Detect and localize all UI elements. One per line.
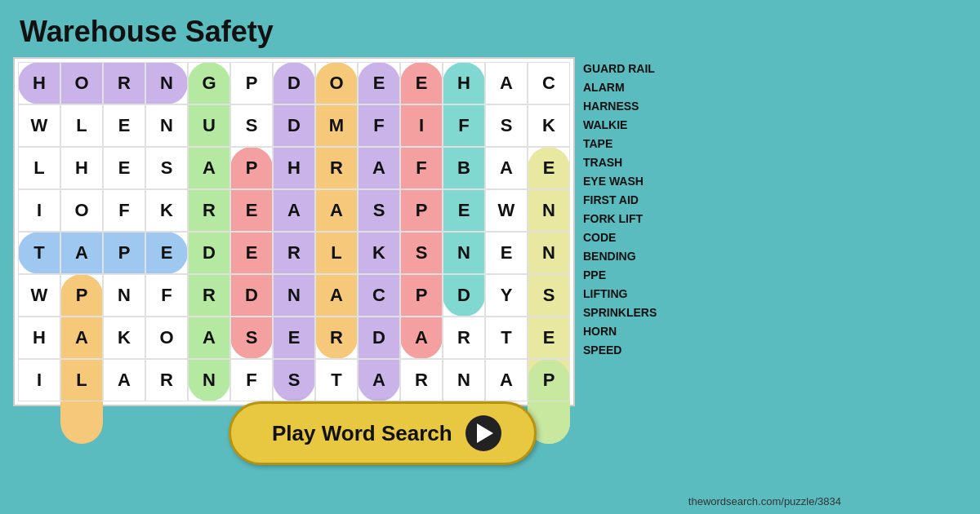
grid-cell[interactable]: P — [528, 359, 570, 401]
grid-cell[interactable]: F — [230, 359, 273, 401]
grid-cell[interactable]: A — [103, 359, 145, 401]
grid-cell[interactable]: P — [400, 274, 443, 317]
grid-cell[interactable]: A — [273, 189, 315, 232]
grid-cell[interactable]: R — [188, 274, 230, 317]
grid-cell[interactable]: D — [188, 232, 230, 274]
grid-cell[interactable]: E — [103, 147, 145, 189]
grid-cell[interactable]: O — [315, 62, 358, 104]
grid-cell[interactable]: N — [528, 232, 570, 274]
grid-cell[interactable]: W — [485, 189, 528, 232]
grid-cell[interactable]: D — [273, 62, 315, 104]
grid-cell[interactable]: S — [485, 104, 528, 147]
grid-cell[interactable]: A — [188, 317, 230, 359]
grid-cell[interactable]: N — [443, 232, 485, 274]
grid-cell[interactable]: E — [528, 147, 570, 189]
grid-cell[interactable]: L — [60, 359, 103, 401]
grid-cell[interactable]: K — [145, 189, 188, 232]
grid-cell[interactable]: A — [400, 317, 443, 359]
grid-cell[interactable]: I — [18, 189, 60, 232]
grid-cell[interactable]: E — [103, 104, 145, 147]
grid-cell[interactable]: T — [485, 317, 528, 359]
grid-cell[interactable]: A — [485, 359, 528, 401]
grid-cell[interactable]: E — [230, 232, 273, 274]
grid-cell[interactable]: E — [485, 232, 528, 274]
grid-cell[interactable]: A — [315, 189, 358, 232]
grid-cell[interactable]: A — [60, 317, 103, 359]
grid-cell[interactable]: R — [443, 317, 485, 359]
grid-cell[interactable]: N — [188, 359, 230, 401]
grid-cell[interactable]: N — [145, 62, 188, 104]
grid-cell[interactable]: A — [188, 147, 230, 189]
grid-cell[interactable]: F — [358, 104, 400, 147]
grid-cell[interactable]: A — [358, 359, 400, 401]
grid-cell[interactable]: N — [443, 359, 485, 401]
grid-cell[interactable]: A — [485, 62, 528, 104]
grid-cell[interactable]: S — [145, 147, 188, 189]
grid-cell[interactable]: P — [103, 232, 145, 274]
grid-cell[interactable]: N — [103, 274, 145, 317]
grid-cell[interactable]: P — [400, 189, 443, 232]
grid-cell[interactable]: W — [18, 274, 60, 317]
grid-cell[interactable]: R — [315, 317, 358, 359]
grid-cell[interactable]: M — [315, 104, 358, 147]
grid-cell[interactable]: E — [230, 189, 273, 232]
grid-cell[interactable]: R — [400, 359, 443, 401]
grid-cell[interactable]: T — [315, 359, 358, 401]
grid-cell[interactable]: T — [18, 232, 60, 274]
grid-cell[interactable]: E — [443, 189, 485, 232]
grid-cell[interactable]: U — [188, 104, 230, 147]
grid-cell[interactable]: L — [18, 147, 60, 189]
grid-cell[interactable]: S — [230, 104, 273, 147]
grid-cell[interactable]: O — [145, 317, 188, 359]
grid-cell[interactable]: S — [273, 359, 315, 401]
grid-cell[interactable]: K — [103, 317, 145, 359]
grid-cell[interactable]: L — [315, 232, 358, 274]
grid-cell[interactable]: D — [358, 317, 400, 359]
grid-cell[interactable]: W — [18, 104, 60, 147]
grid-cell[interactable]: F — [145, 274, 188, 317]
grid-cell[interactable]: R — [103, 62, 145, 104]
grid-cell[interactable]: C — [528, 62, 570, 104]
grid-cell[interactable]: R — [315, 147, 358, 189]
grid-cell[interactable]: E — [528, 317, 570, 359]
grid-cell[interactable]: F — [443, 104, 485, 147]
grid-cell[interactable]: K — [528, 104, 570, 147]
grid-cell[interactable]: E — [273, 317, 315, 359]
grid-cell[interactable]: D — [230, 274, 273, 317]
grid-cell[interactable]: Y — [485, 274, 528, 317]
grid-cell[interactable]: C — [358, 274, 400, 317]
grid-cell[interactable]: O — [60, 189, 103, 232]
play-word-search-button[interactable]: Play Word Search — [229, 401, 537, 465]
grid-cell[interactable]: P — [60, 274, 103, 317]
grid-cell[interactable]: S — [400, 232, 443, 274]
grid-cell[interactable]: H — [273, 147, 315, 189]
grid-cell[interactable]: F — [400, 147, 443, 189]
grid-cell[interactable]: A — [315, 274, 358, 317]
grid-cell[interactable]: L — [60, 104, 103, 147]
grid-cell[interactable]: B — [443, 147, 485, 189]
grid-cell[interactable]: E — [400, 62, 443, 104]
grid-cell[interactable]: A — [485, 147, 528, 189]
grid-cell[interactable]: H — [18, 62, 60, 104]
grid-cell[interactable]: I — [400, 104, 443, 147]
grid-cell[interactable]: A — [60, 232, 103, 274]
grid-cell[interactable]: N — [145, 104, 188, 147]
grid-cell[interactable]: H — [60, 147, 103, 189]
grid-cell[interactable]: F — [103, 189, 145, 232]
grid-cell[interactable]: E — [145, 232, 188, 274]
grid-cell[interactable]: R — [273, 232, 315, 274]
grid-cell[interactable]: G — [188, 62, 230, 104]
grid-cell[interactable]: A — [358, 147, 400, 189]
grid-cell[interactable]: H — [443, 62, 485, 104]
grid-cell[interactable]: R — [188, 189, 230, 232]
grid-cell[interactable]: N — [273, 274, 315, 317]
grid-cell[interactable]: I — [18, 359, 60, 401]
grid-cell[interactable]: P — [230, 62, 273, 104]
grid-cell[interactable]: P — [230, 147, 273, 189]
grid-cell[interactable]: R — [145, 359, 188, 401]
grid-cell[interactable]: D — [443, 274, 485, 317]
grid-cell[interactable]: D — [273, 104, 315, 147]
grid-cell[interactable]: K — [358, 232, 400, 274]
grid-cell[interactable]: S — [528, 274, 570, 317]
grid-cell[interactable]: O — [60, 62, 103, 104]
